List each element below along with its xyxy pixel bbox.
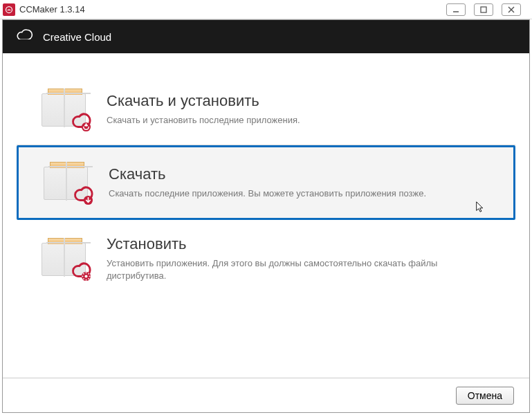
option-download-install[interactable]: Скачать и установитьСкачать и установить… [17,74,515,145]
option-desc: Скачать последние приложения. Вы можете … [109,187,493,200]
close-button[interactable] [502,3,521,16]
maximize-button[interactable] [474,3,493,16]
svg-point-8 [84,275,87,277]
option-download[interactable]: СкачатьСкачать последние приложения. Вы … [17,145,515,220]
install-badge-icon [71,261,91,282]
main: Скачать и установитьСкачать и установить… [3,53,529,378]
option-title: Скачать и установить [107,92,495,110]
app-icon [3,3,15,16]
titlebar: CCMaker 1.3.14 [0,0,532,19]
download-install-badge-icon [71,111,91,132]
svg-line-13 [83,273,84,274]
svg-line-14 [89,278,89,279]
svg-line-15 [89,273,89,274]
option-install[interactable]: УстановитьУстановить приложения. Для это… [17,220,515,297]
svg-line-16 [83,278,84,279]
option-desc: Установить приложения. Для этого вы долж… [107,257,495,282]
option-icon [37,239,90,279]
svg-rect-2 [481,7,486,12]
window-controls [446,3,521,16]
option-desc: Скачать и установить последние приложени… [107,114,495,127]
header: Creative Cloud [3,20,529,53]
option-text: СкачатьСкачать последние приложения. Вы … [109,165,493,200]
option-icon [37,89,90,129]
option-text: Скачать и установитьСкачать и установить… [107,92,495,127]
creative-cloud-icon [15,28,33,46]
window-body: Creative Cloud Скачать и установитьСкача… [2,19,530,413]
download-badge-icon [73,185,93,205]
window-title: CCMaker 1.3.14 [19,4,446,15]
option-icon [39,163,92,203]
minimize-button[interactable] [446,3,466,16]
option-title: Скачать [109,165,493,183]
footer: Отмена [3,378,529,412]
cancel-button[interactable]: Отмена [456,387,514,405]
header-title: Creative Cloud [43,31,111,43]
option-title: Установить [107,235,495,253]
option-text: УстановитьУстановить приложения. Для это… [107,235,495,282]
